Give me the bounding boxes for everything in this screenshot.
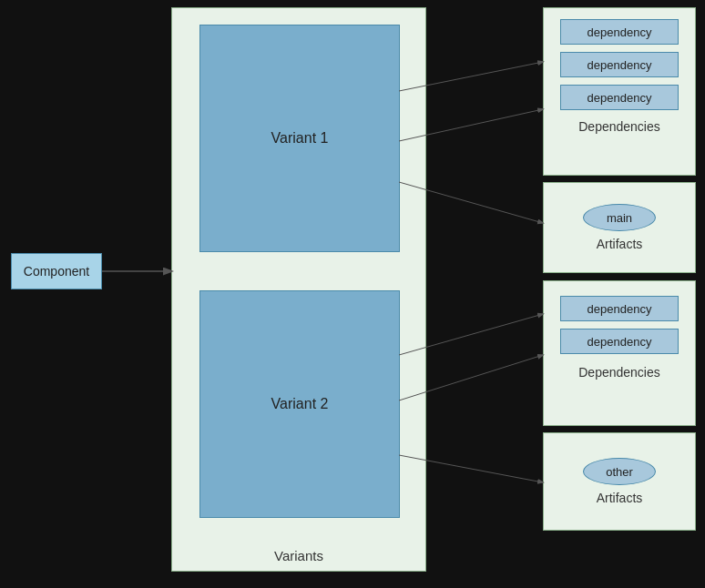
variant2-box: Variant 2 [199, 290, 400, 518]
dep-box-2b: dependency [560, 329, 679, 354]
deps-panel-1-label: Dependencies [544, 119, 695, 134]
dep-box-1a: dependency [560, 19, 679, 45]
dep-box-1c: dependency [560, 85, 679, 110]
other-artifact-oval: other [583, 458, 656, 485]
variants-container: Variant 1 Variant 2 Variants [171, 7, 426, 572]
dep-box-2a: dependency [560, 296, 679, 321]
other-artifacts-label: Artifacts [597, 491, 643, 505]
dep-box-1b: dependency [560, 52, 679, 77]
other-artifacts-panel: other Artifacts [543, 432, 696, 531]
variants-label: Variants [172, 548, 425, 563]
variant2-label: Variant 2 [271, 396, 329, 412]
main-artifacts-panel: main Artifacts [543, 182, 696, 273]
main-artifacts-label: Artifacts [597, 237, 643, 251]
main-artifact-oval: main [583, 204, 656, 231]
deps-panel-1: dependency dependency dependency Depende… [543, 7, 696, 176]
deps-panel-2: dependency dependency Dependencies [543, 280, 696, 426]
variant1-box: Variant 1 [199, 25, 400, 252]
component-box: Component [11, 253, 102, 289]
deps-panel-2-label: Dependencies [544, 365, 695, 380]
variant1-label: Variant 1 [271, 130, 329, 147]
diagram-area: Component Variant 1 Variant 2 Variants d… [0, 0, 705, 588]
component-label: Component [24, 264, 89, 279]
